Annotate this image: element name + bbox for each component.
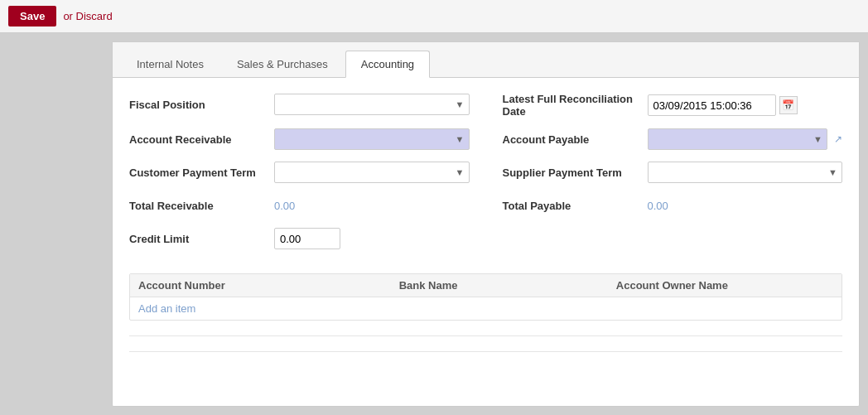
middle-form-section: Account Receivable ▼ Customer Payment Te… [129, 128, 842, 260]
latest-reconciliation-input[interactable] [648, 94, 776, 116]
col-account-number: Account Number [138, 279, 399, 292]
account-payable-label: Account Payable [503, 133, 648, 146]
tab-accounting[interactable]: Accounting [345, 51, 430, 78]
discard-link[interactable]: or Discard [63, 10, 112, 22]
latest-reconciliation-row: Latest Full Reconciliation Date 📅 [503, 93, 843, 118]
fiscal-position-select[interactable] [274, 94, 470, 115]
total-payable-value: 0.00 [648, 200, 668, 212]
account-payable-select[interactable] [648, 128, 828, 150]
top-form-section: Fiscal Position ▼ [129, 93, 842, 128]
credit-limit-label: Credit Limit [129, 233, 274, 245]
customer-payment-term-select-wrapper: ▼ [274, 162, 470, 183]
customer-payment-term-select[interactable] [274, 162, 470, 183]
account-receivable-select-wrapper: ▼ [274, 128, 470, 150]
fiscal-position-label: Fiscal Position [129, 99, 274, 111]
calendar-icon[interactable]: 📅 [779, 96, 798, 114]
left-col-top: Fiscal Position ▼ [129, 93, 470, 128]
account-payable-select-wrapper: ▼ [648, 128, 828, 150]
account-receivable-field: ▼ [274, 128, 470, 150]
supplier-payment-term-row: Supplier Payment Term ▼ [503, 161, 843, 184]
fiscal-position-row: Fiscal Position ▼ [129, 93, 470, 116]
account-receivable-label: Account Receivable [129, 133, 274, 146]
content-area: Internal Notes Sales & Purchases Account… [112, 41, 860, 407]
bank-table-body: Add an item [130, 297, 841, 320]
account-payable-external-link-icon[interactable]: ↗ [834, 133, 842, 145]
main-container: Internal Notes Sales & Purchases Account… [0, 33, 868, 415]
supplier-payment-term-field: ▼ [648, 162, 843, 183]
tabs-bar: Internal Notes Sales & Purchases Account… [113, 42, 859, 78]
supplier-payment-term-select[interactable] [648, 162, 843, 183]
account-payable-field: ▼ ↗ [648, 128, 843, 150]
account-receivable-row: Account Receivable ▼ [129, 128, 470, 151]
total-receivable-label: Total Receivable [129, 200, 274, 212]
fiscal-position-select-wrapper: ▼ [274, 94, 470, 115]
supplier-payment-term-select-wrapper: ▼ [648, 162, 843, 183]
bank-table-header: Account Number Bank Name Account Owner N… [130, 274, 841, 297]
add-item-link[interactable]: Add an item [138, 302, 195, 315]
left-col-middle: Account Receivable ▼ Customer Payment Te… [129, 128, 470, 260]
col-account-owner: Account Owner Name [616, 279, 833, 292]
tab-sales-purchases[interactable]: Sales & Purchases [221, 51, 344, 77]
bank-accounts-table: Account Number Bank Name Account Owner N… [129, 273, 842, 321]
total-payable-row: Total Payable 0.00 [503, 194, 843, 217]
divider-2 [129, 351, 842, 352]
sidebar [0, 33, 112, 415]
right-col-middle: Account Payable ▼ ↗ Supplie [503, 128, 843, 260]
toolbar: Save or Discard [0, 0, 868, 33]
tab-internal-notes[interactable]: Internal Notes [121, 51, 219, 77]
total-receivable-value: 0.00 [274, 200, 295, 212]
right-col-top: Latest Full Reconciliation Date 📅 [503, 93, 843, 128]
customer-payment-term-row: Customer Payment Term ▼ [129, 161, 470, 184]
account-receivable-select[interactable] [274, 128, 470, 150]
latest-reconciliation-label: Latest Full Reconciliation Date [503, 93, 648, 118]
supplier-payment-term-label: Supplier Payment Term [503, 166, 648, 179]
customer-payment-term-field: ▼ [274, 162, 470, 183]
credit-limit-row: Credit Limit [129, 227, 470, 250]
latest-reconciliation-field: 📅 [648, 94, 843, 116]
col-bank-name: Bank Name [399, 279, 616, 292]
total-receivable-row: Total Receivable 0.00 [129, 194, 470, 217]
customer-payment-term-label: Customer Payment Term [129, 166, 274, 179]
fiscal-position-field: ▼ [274, 94, 470, 115]
account-payable-row: Account Payable ▼ ↗ [503, 128, 843, 151]
save-button[interactable]: Save [8, 6, 56, 27]
total-payable-label: Total Payable [503, 200, 648, 212]
accounting-tab-content: Fiscal Position ▼ [113, 78, 859, 382]
divider-1 [129, 335, 842, 336]
credit-limit-input[interactable] [274, 228, 340, 249]
dividers [129, 335, 842, 352]
